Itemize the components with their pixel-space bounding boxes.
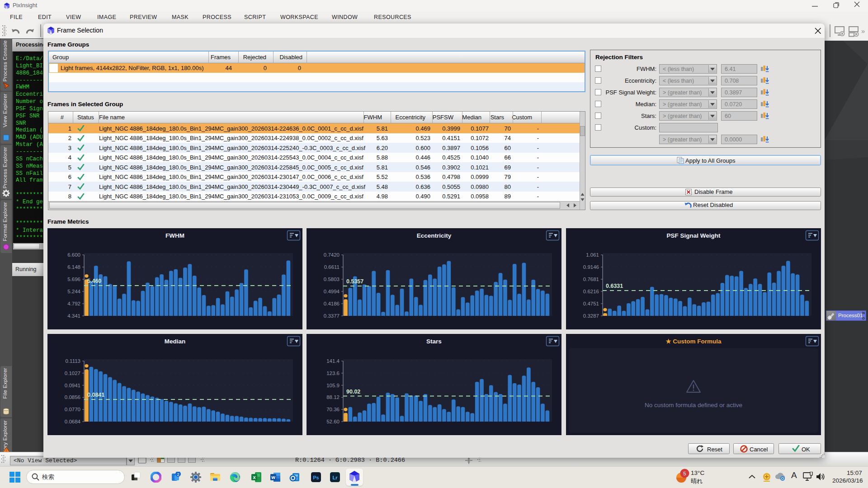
- svg-text:52.60: 52.60: [326, 419, 340, 424]
- svg-text:0.6611: 0.6611: [324, 264, 340, 270]
- svg-text:Stars: Stars: [426, 338, 442, 345]
- svg-text:88.12: 88.12: [326, 394, 340, 400]
- svg-text:0.0841: 0.0841: [87, 392, 104, 398]
- svg-text:0.4751: 0.4751: [583, 301, 599, 306]
- svg-text:5.244: 5.244: [67, 289, 80, 294]
- svg-text:0.5803: 0.5803: [324, 277, 340, 282]
- svg-text:0.7681: 0.7681: [583, 277, 599, 282]
- svg-text:No custom formula defined or a: No custom formula defined or active: [645, 402, 742, 408]
- svg-text:Ps: Ps: [313, 475, 319, 480]
- svg-text:123.6: 123.6: [326, 371, 340, 376]
- svg-text:5: 5: [683, 471, 686, 476]
- svg-text:Eccentricity: Eccentricity: [417, 232, 452, 239]
- svg-text:0.6331: 0.6331: [606, 283, 623, 289]
- svg-text:0.4994: 0.4994: [324, 289, 340, 294]
- svg-text:0.4186: 0.4186: [324, 301, 340, 306]
- svg-text:0.0856: 0.0856: [65, 394, 80, 400]
- svg-text:5.696: 5.696: [67, 277, 80, 282]
- svg-text:0.0770: 0.0770: [65, 407, 80, 412]
- svg-text:6.600: 6.600: [67, 252, 80, 258]
- svg-text:Median: Median: [165, 338, 186, 345]
- svg-text:0.0941: 0.0941: [65, 383, 80, 388]
- svg-text:0.1027: 0.1027: [65, 371, 80, 376]
- svg-text:70.36: 70.36: [326, 407, 340, 412]
- svg-text:4.341: 4.341: [67, 313, 80, 319]
- svg-text:PSF Signal Weight: PSF Signal Weight: [666, 232, 721, 239]
- svg-text:x: x: [253, 474, 256, 480]
- svg-text:141.4: 141.4: [326, 358, 340, 364]
- svg-text:0.3377: 0.3377: [324, 313, 340, 319]
- svg-text:0.3287: 0.3287: [583, 313, 599, 319]
- svg-text:0.6216: 0.6216: [583, 289, 599, 294]
- svg-text:0.9146: 0.9146: [583, 264, 599, 270]
- svg-text:5.460: 5.460: [87, 278, 101, 284]
- svg-text:Lr: Lr: [333, 475, 338, 480]
- svg-text:105.9: 105.9: [326, 383, 340, 388]
- svg-text:0.0684: 0.0684: [65, 419, 81, 424]
- svg-text:0.5357: 0.5357: [346, 278, 363, 285]
- svg-text:0.7420: 0.7420: [324, 252, 340, 258]
- svg-text:6.148: 6.148: [67, 264, 80, 270]
- svg-text:90.02: 90.02: [346, 389, 360, 395]
- svg-text:4.792: 4.792: [67, 301, 80, 306]
- svg-text:w: w: [271, 474, 275, 480]
- svg-text:FWHM: FWHM: [165, 232, 184, 239]
- svg-text:0.1113: 0.1113: [66, 358, 80, 364]
- svg-text:2: 2: [177, 472, 179, 477]
- svg-text:★ Custom Formula: ★ Custom Formula: [665, 338, 722, 345]
- svg-text:1.061: 1.061: [586, 252, 599, 258]
